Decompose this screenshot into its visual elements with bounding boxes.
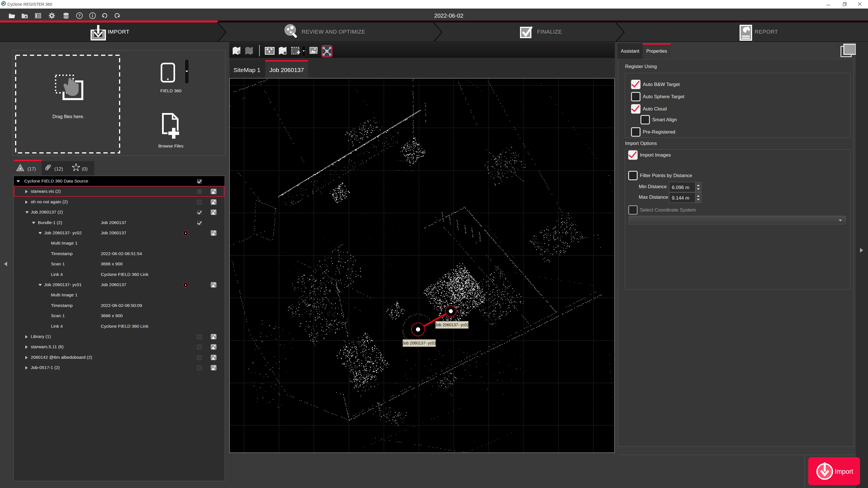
svg-text:Job 2060137- yc01: Job 2060137- yc01 [402, 341, 436, 345]
svg-text:Job 2060137- yc02: Job 2060137- yc02 [435, 323, 469, 327]
svg-text:?: ? [78, 13, 81, 18]
